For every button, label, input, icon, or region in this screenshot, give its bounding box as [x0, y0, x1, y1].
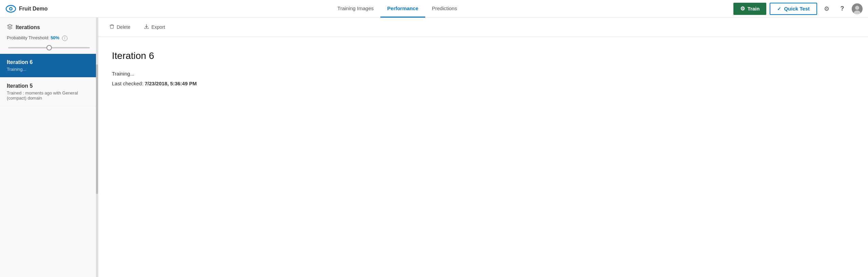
main-nav: Training Images Performance Predictions	[61, 0, 733, 18]
svg-point-2	[10, 8, 12, 9]
svg-point-4	[855, 6, 859, 10]
settings-button[interactable]: ⚙	[821, 3, 833, 15]
threshold-info-icon[interactable]: i	[62, 36, 67, 41]
export-icon	[144, 24, 149, 30]
iteration-title: Iteration 6	[7, 59, 91, 65]
sidebar-title: Iterations	[16, 24, 40, 30]
threshold-slider[interactable]	[8, 47, 90, 48]
header-actions: ⚙ Train ✓ Quick Test ⚙ ?	[733, 3, 863, 15]
threshold-label: Probability Threshold: 50% i	[7, 35, 91, 41]
user-avatar[interactable]	[852, 3, 863, 14]
content-toolbar: Delete Export	[98, 18, 868, 37]
delete-button[interactable]: Delete	[106, 22, 133, 32]
iterations-list: Iteration 6 Training... Iteration 5 Trai…	[0, 54, 98, 277]
threshold-section: Probability Threshold: 50% i	[0, 35, 98, 54]
content-area: Delete Export Iteration 6 Training... La…	[98, 18, 868, 277]
header: Fruit Demo Training Images Performance P…	[0, 0, 868, 18]
iteration-title: Iteration 5	[7, 83, 91, 89]
content-main: Iteration 6 Training... Last checked: 7/…	[98, 37, 868, 277]
help-button[interactable]: ?	[836, 3, 848, 15]
train-gear-icon: ⚙	[740, 5, 745, 12]
sidebar: Iterations Probability Threshold: 50% i …	[0, 18, 98, 277]
nav-predictions[interactable]: Predictions	[425, 0, 464, 18]
layers-icon	[7, 24, 13, 31]
svg-rect-6	[110, 25, 114, 25]
last-checked-time: 7/23/2018, 5:36:49 PM	[145, 81, 197, 86]
iteration-status: Training...	[112, 71, 854, 77]
iteration-item[interactable]: Iteration 5 Trained : moments ago with G…	[0, 78, 98, 106]
settings-icon: ⚙	[824, 5, 829, 13]
last-checked: Last checked: 7/23/2018, 5:36:49 PM	[112, 81, 854, 86]
app-logo-icon	[5, 3, 16, 14]
sidebar-scrollbar[interactable]	[96, 18, 98, 277]
delete-icon	[109, 24, 115, 30]
sidebar-scrollbar-thumb[interactable]	[96, 64, 98, 194]
avatar-icon	[852, 3, 863, 14]
app-logo[interactable]: Fruit Demo	[5, 3, 47, 14]
help-icon: ?	[841, 5, 844, 12]
iteration-subtitle: Trained : moments ago with General (comp…	[7, 90, 91, 101]
iteration-detail-title: Iteration 6	[112, 50, 854, 61]
main-layout: Iterations Probability Threshold: 50% i …	[0, 18, 868, 277]
train-button[interactable]: ⚙ Train	[733, 3, 767, 15]
iteration-item[interactable]: Iteration 6 Training...	[0, 54, 98, 78]
iteration-subtitle: Training...	[7, 67, 91, 72]
nav-training-images[interactable]: Training Images	[331, 0, 380, 18]
sidebar-title-section: Iterations	[0, 18, 98, 35]
threshold-slider-container	[7, 44, 91, 50]
app-name: Fruit Demo	[19, 6, 47, 12]
nav-performance[interactable]: Performance	[380, 0, 425, 18]
quick-test-button[interactable]: ✓ Quick Test	[770, 3, 817, 15]
export-button[interactable]: Export	[141, 22, 167, 32]
threshold-pct: 50%	[51, 35, 59, 40]
last-checked-prefix: Last checked:	[112, 81, 145, 86]
quick-test-check-icon: ✓	[777, 6, 781, 12]
